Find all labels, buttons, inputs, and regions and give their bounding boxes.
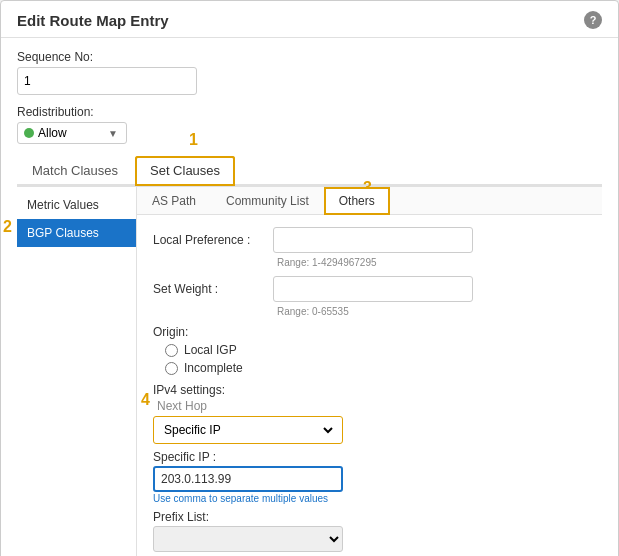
set-weight-label: Set Weight : [153,282,273,296]
edit-route-map-dialog: 1 2 3 4 Edit Route Map Entry ? Sequence … [0,0,619,556]
redistribution-arrow-icon: ▼ [108,128,118,139]
prefix-list-label: Prefix List: [153,510,586,524]
comma-hint: Use comma to separate multiple values [153,493,586,504]
set-weight-range: Range: 0-65535 [277,306,586,317]
dialog-header: Edit Route Map Entry ? [1,1,618,38]
tab-others[interactable]: Others [324,187,390,215]
radio-incomplete: Incomplete [165,361,586,375]
dialog-title: Edit Route Map Entry [17,12,169,29]
tab-set-clauses[interactable]: Set Clauses [135,156,235,186]
sequence-group: Sequence No: [17,50,602,95]
tab-match-clauses[interactable]: Match Clauses [17,156,133,184]
nexthop-select[interactable]: Specific IPPeer AddressUnchanged [160,422,336,438]
specific-ip-input[interactable] [153,466,343,492]
tab-as-path[interactable]: AS Path [137,187,211,215]
origin-section: Origin: Local IGP Incomplete [153,325,586,375]
set-weight-input[interactable] [273,276,473,302]
main-tabs: Match Clauses Set Clauses [17,156,602,186]
redistribution-group: Redistribution: Allow ▼ [17,105,602,144]
sidebar-item-metric-values[interactable]: Metric Values [17,191,136,219]
radio-local-igp-label: Local IGP [184,343,237,357]
set-weight-row: Set Weight : [153,276,586,302]
nexthop-label: Next Hop [157,399,586,413]
origin-label: Origin: [153,325,586,339]
prefix-list-select[interactable] [153,526,343,552]
content-area: Metric Values BGP Clauses AS Path Commun… [17,186,602,556]
redistribution-select-wrap: Allow ▼ [17,122,602,144]
radio-local-igp-input[interactable] [165,344,178,357]
annotation-1: 1 [189,131,198,149]
local-preference-range: Range: 1-4294967295 [277,257,586,268]
redistribution-select[interactable]: Allow ▼ [17,122,127,144]
ipv4-label: IPv4 settings: [153,383,586,397]
radio-local-igp: Local IGP [165,343,586,357]
sequence-input[interactable] [17,67,197,95]
radio-incomplete-input[interactable] [165,362,178,375]
specific-ip-label: Specific IP : [153,450,586,464]
redistribution-label: Redistribution: [17,105,602,119]
right-panel: AS Path Community List Others Local Pref… [137,187,602,556]
annotation-2: 2 [3,218,12,236]
redistribution-value: Allow [38,126,104,140]
panel-content: Local Preference : Range: 1-4294967295 S… [137,215,602,556]
nexthop-select-wrap[interactable]: Specific IPPeer AddressUnchanged [153,416,343,444]
local-preference-row: Local Preference : [153,227,586,253]
sidebar: Metric Values BGP Clauses [17,187,137,556]
ipv4-section: IPv4 settings: Next Hop Specific IPPeer … [153,383,586,552]
sequence-label: Sequence No: [17,50,602,64]
dialog-body: Sequence No: Redistribution: Allow ▼ Mat… [1,38,618,556]
sub-tabs: AS Path Community List Others [137,187,602,215]
local-preference-input[interactable] [273,227,473,253]
allow-dot-icon [24,128,34,138]
local-preference-label: Local Preference : [153,233,273,247]
help-icon[interactable]: ? [584,11,602,29]
radio-incomplete-label: Incomplete [184,361,243,375]
annotation-4: 4 [141,391,150,409]
tab-community-list[interactable]: Community List [211,187,324,215]
sidebar-item-bgp-clauses[interactable]: BGP Clauses [17,219,136,247]
